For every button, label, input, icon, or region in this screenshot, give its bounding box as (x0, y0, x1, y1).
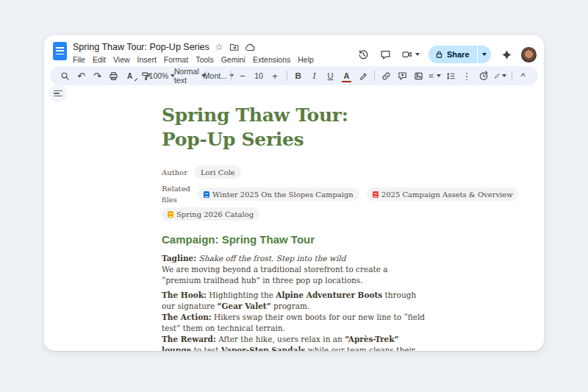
italic-button[interactable]: I (306, 68, 322, 84)
pdf-file-icon (373, 191, 379, 198)
title-row: Spring Thaw Tour: Pop-Up Series ☆ (73, 40, 354, 54)
bold-button[interactable]: B (290, 68, 306, 84)
author-row: Author Lori Cole (162, 165, 428, 179)
spellcheck-check: ✓ (134, 77, 138, 83)
comments-icon[interactable] (376, 45, 395, 64)
search-menus-icon[interactable] (57, 68, 73, 84)
collapse-toolbar-icon[interactable]: ^ (515, 68, 531, 84)
reward-text: to test (191, 346, 221, 351)
lock-icon (435, 50, 443, 59)
google-docs-logo[interactable] (53, 42, 67, 60)
hook-bold: “Gear Valet” (217, 302, 270, 310)
share-label: Share (447, 50, 470, 59)
editing-mode-select[interactable] (492, 68, 508, 84)
decrease-font-icon[interactable]: − (235, 68, 251, 84)
star-icon[interactable]: ☆ (215, 43, 223, 51)
docs-file-icon (204, 191, 209, 198)
menu-item-format[interactable]: Format (164, 55, 188, 64)
underline-button[interactable]: U (323, 68, 338, 84)
reward-text: After the hike, users relax in an (216, 335, 345, 343)
menu-item-file[interactable]: File (73, 55, 85, 64)
redo-icon[interactable]: ↷ (90, 68, 105, 84)
paragraph-style-select[interactable]: Normal text (177, 68, 202, 84)
share-dropdown-segment[interactable] (478, 46, 491, 63)
line-spacing-icon[interactable] (443, 68, 459, 84)
increase-font-icon[interactable]: + (268, 68, 283, 84)
related-file-chip[interactable]: Spring 2026 Catalog (162, 207, 259, 221)
menu-item-view[interactable]: View (113, 55, 130, 64)
cloud-status-icon[interactable] (245, 43, 255, 51)
undo-icon[interactable]: ↶ (74, 68, 89, 84)
align-select[interactable] (427, 68, 442, 84)
move-folder-icon[interactable] (229, 43, 239, 51)
action-line: The Action: Hikers swap their own boots … (162, 312, 428, 334)
gemini-sparkle-icon[interactable] (497, 45, 516, 64)
document-title[interactable]: Spring Thaw Tour: Pop-Up Series (73, 42, 209, 52)
document-canvas[interactable]: Spring Thaw Tour: Pop-Up Series Author L… (162, 103, 428, 351)
reward-line: The Reward: After the hike, users relax … (162, 334, 428, 351)
clock-arrow-icon[interactable] (476, 68, 492, 84)
avatar[interactable] (521, 47, 537, 63)
share-button[interactable]: Share (429, 46, 491, 63)
print-icon[interactable] (106, 68, 121, 84)
title-column: Spring Thaw Tour: Pop-Up Series ☆ File E… (73, 40, 354, 64)
menu-item-edit[interactable]: Edit (93, 55, 106, 64)
chip-label: Spring 2026 Catalog (176, 209, 254, 220)
meet-call-button[interactable] (398, 49, 423, 60)
font-size-value[interactable]: 10 (251, 68, 267, 84)
menu-item-tools[interactable]: Tools (196, 55, 214, 64)
text-color-letter: A (344, 71, 350, 80)
menu-item-extensions[interactable]: Extensions (253, 55, 290, 64)
tagline-label: Tagline: (162, 254, 196, 263)
text-color-button[interactable]: A (339, 68, 354, 84)
chip-label: 2025 Campaign Assets & Overview (381, 189, 513, 200)
insert-link-icon[interactable] (379, 68, 394, 84)
hook-text: Highlighting the (207, 291, 276, 299)
spellcheck-letter: A (127, 72, 132, 80)
action-label: The Action: (162, 313, 212, 321)
menu-item-help[interactable]: Help (298, 55, 314, 64)
author-name: Lori Cole (201, 167, 235, 178)
highlight-color-icon[interactable] (355, 68, 370, 84)
slides-file-icon (168, 211, 173, 218)
document-outline-button[interactable] (49, 85, 67, 102)
font-value: Mont... (204, 71, 227, 80)
tagline-line: Tagline: Shake off the frost. Step into … (162, 253, 428, 264)
version-history-icon[interactable] (354, 45, 373, 64)
google-docs-window: Spring Thaw Tour: Pop-Up Series ☆ File E… (44, 35, 544, 351)
header-actions: Share (354, 45, 537, 64)
author-label: Author (162, 167, 187, 178)
hook-text: program. (271, 302, 310, 310)
hook-label: The Hook: (162, 291, 207, 299)
font-select[interactable]: Mont... (210, 68, 227, 84)
menu-item-gemini[interactable]: Gemini (221, 55, 245, 64)
chip-label: Winter 2025 On the Slopes Campaign (212, 189, 354, 200)
zoom-select[interactable]: 100% (154, 68, 170, 84)
menu-bar: File Edit View Insert Format Tools Gemin… (73, 55, 354, 64)
hook-line: The Hook: Highlighting the Alpine Advent… (162, 290, 428, 312)
tagline-text: Shake off the frost. Step into the wild (196, 254, 345, 263)
style-value: Normal text (174, 67, 199, 85)
reward-label: The Reward: (162, 335, 216, 343)
zoom-value: 100% (149, 71, 169, 80)
hook-bold: Alpine Adventurer Boots (276, 291, 382, 299)
related-files-row: Related files Winter 2025 On the Slopes … (162, 183, 428, 205)
share-main-segment[interactable]: Share (429, 46, 477, 63)
related-file-chip[interactable]: Winter 2025 On the Slopes Campaign (198, 188, 359, 201)
more-options-icon[interactable]: ⋮ (459, 68, 475, 84)
add-comment-icon[interactable] (395, 68, 410, 84)
doc-title-line1: Spring Thaw Tour: (162, 104, 348, 126)
related-files-label: Related files (162, 183, 190, 205)
section-heading-campaign: Campaign: Spring Thaw Tour (162, 232, 428, 247)
menu-item-insert[interactable]: Insert (137, 55, 157, 64)
intro-paragraph: We are moving beyond a traditional store… (162, 264, 428, 286)
chevron-down-icon (415, 53, 420, 56)
related-files-row-2: Spring 2026 Catalog (162, 207, 428, 221)
related-file-chip[interactable]: 2025 Campaign Assets & Overview (367, 188, 519, 201)
desktop-background: Spring Thaw Tour: Pop-Up Series ☆ File E… (0, 0, 588, 392)
spellcheck-icon[interactable]: A✓ (122, 68, 137, 84)
author-chip[interactable]: Lori Cole (195, 165, 241, 179)
doc-heading-title: Spring Thaw Tour: Pop-Up Series (162, 103, 428, 152)
insert-image-icon[interactable] (411, 68, 426, 84)
doc-title-line2: Pop-Up Series (162, 129, 304, 150)
